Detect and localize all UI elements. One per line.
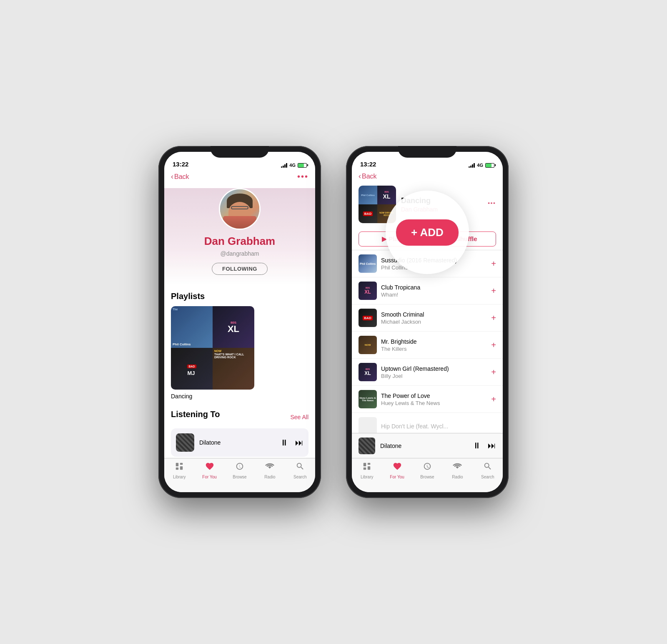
track-add-3[interactable]: + (491, 313, 496, 323)
profile-header: Dan Grabham @dangrabham FOLLOWING (164, 188, 315, 285)
radio-icon (265, 462, 274, 473)
track-info-5: Uptown Girl (Remastered) Billy Joel (381, 365, 487, 379)
add-button-label: + ADD (411, 226, 444, 239)
tab-search[interactable]: Search (285, 462, 315, 479)
tab-radio-label-right: Radio (452, 475, 463, 479)
svg-rect-8 (368, 463, 370, 465)
left-screen: 13:22 4G ‹ Back ••• (164, 152, 315, 492)
back-chevron-icon-right: ‹ (359, 172, 361, 181)
listening-to-title: Listening To (171, 410, 220, 419)
track-title-2: Club Tropicana (381, 284, 487, 291)
track-title-partial: Hip Don't Lie (feat. Wycl... (381, 423, 496, 430)
track-row[interactable]: 80SXL Club Tropicana Wham! + (352, 277, 503, 304)
detail-header: Phil Collins 80S XL BAD NOW DRIVING ROCK… (352, 182, 503, 228)
svg-rect-3 (180, 466, 183, 470)
avatar (219, 188, 261, 230)
track-artist-5: Billy Joel (381, 373, 487, 379)
tab-for-you[interactable]: For You (194, 462, 224, 479)
tab-radio-right[interactable]: Radio (442, 462, 472, 479)
playlist-thumbnail[interactable]: The Phil Collins 80S XL (171, 306, 254, 390)
track-list: Phil Collins Sussudio (2016 Remastered) … (352, 250, 503, 440)
track-artist-3: Michael Jackson (381, 319, 487, 325)
tab-radio[interactable]: Radio (255, 462, 285, 479)
status-icons-right: 4G (469, 163, 494, 168)
right-screen: 13:22 4G ‹ Back (352, 152, 503, 492)
tab-library-right[interactable]: Library (352, 462, 382, 479)
tab-for-you-right[interactable]: For You (382, 462, 412, 479)
notch-right (398, 146, 456, 158)
skip-button[interactable]: ⏭ (295, 438, 303, 448)
track-thumb-5: 80SXL (359, 363, 377, 381)
svg-rect-1 (180, 463, 183, 465)
tab-search-right[interactable]: Search (473, 462, 503, 479)
thumb-cell-1: The Phil Collins (171, 306, 213, 348)
battery-fill-right (486, 164, 491, 167)
following-button[interactable]: FOLLOWING (212, 263, 268, 275)
svg-rect-2 (176, 468, 178, 470)
add-overlay: + ADD (386, 191, 469, 274)
tab-browse[interactable]: Browse (225, 462, 255, 479)
now-playing-row[interactable]: Dilatone ⏸ ⏭ (171, 428, 308, 457)
track-info-partial: Hip Don't Lie (feat. Wycl... (381, 423, 496, 430)
pause-button-right[interactable]: ⏸ (473, 441, 481, 450)
profile-handle: @dangrabham (164, 250, 315, 257)
tab-browse-right[interactable]: Browse (412, 462, 442, 479)
track-artist-4: The Killers (381, 346, 487, 352)
track-add-2[interactable]: + (491, 286, 496, 296)
tab-library-label-right: Library (361, 475, 374, 479)
now-playing-thumb-right (359, 438, 375, 454)
playlist-grid: The Phil Collins 80S XL (171, 306, 254, 400)
nav-bar: ‹ Back ••• (164, 170, 315, 183)
track-title-3: Smooth Criminal (381, 311, 487, 318)
track-info-2: Club Tropicana Wham! (381, 284, 487, 298)
track-add-5[interactable]: + (491, 367, 496, 377)
playlist-label: Dancing (171, 393, 254, 400)
battery-icon (298, 163, 307, 168)
tab-library[interactable]: Library (164, 462, 194, 479)
track-info-3: Smooth Criminal Michael Jackson (381, 311, 487, 325)
track-info-4: Mr. Brightside The Killers (381, 338, 487, 352)
track-row[interactable]: NOW Mr. Brightside The Killers + (352, 332, 503, 359)
heart-icon-right (393, 462, 402, 473)
now-playing-bar: Dilatone ⏸ ⏭ (352, 433, 503, 458)
listening-to-section: Listening To See All Dilatone ⏸ ⏭ (164, 403, 315, 460)
track-add-6[interactable]: + (491, 395, 496, 404)
browse-icon (235, 462, 244, 473)
skip-button-right[interactable]: ⏭ (488, 441, 496, 450)
svg-point-4 (488, 202, 490, 204)
listening-header: Listening To See All (171, 410, 308, 424)
add-button[interactable]: + ADD (396, 219, 459, 246)
back-chevron-icon: ‹ (171, 172, 173, 181)
tab-browse-label: Browse (233, 475, 246, 479)
playlists-section: Playlists The Phil Collins 80S X (164, 285, 315, 403)
svg-rect-0 (176, 463, 178, 466)
svg-rect-7 (364, 463, 366, 466)
track-row[interactable]: 80SXL Uptown Girl (Remastered) Billy Joe… (352, 359, 503, 386)
track-thumb-3: BAD (359, 309, 377, 327)
status-icons: 4G (281, 163, 307, 168)
library-icon-right (362, 462, 371, 473)
see-all-button[interactable]: See All (290, 414, 308, 420)
track-row[interactable]: BAD Smooth Criminal Michael Jackson + (352, 304, 503, 332)
now-playing-thumb (176, 433, 194, 452)
pause-button[interactable]: ⏸ (280, 438, 288, 448)
track-thumb-6: Huey Lewis & The News (359, 390, 377, 408)
track-add-1[interactable]: + (491, 259, 496, 269)
signal-bars-right (469, 163, 475, 168)
now-playing-controls-right: ⏸ ⏭ (473, 441, 496, 450)
more-dots-button[interactable] (487, 199, 496, 210)
more-button[interactable]: ••• (297, 172, 308, 181)
signal-type: 4G (289, 163, 296, 168)
back-button-right[interactable]: ‹ Back (359, 172, 377, 181)
track-row[interactable]: Huey Lewis & The News The Power of Love … (352, 386, 503, 413)
svg-point-5 (491, 202, 492, 204)
back-button[interactable]: ‹ Back (171, 172, 189, 181)
now-playing-controls: ⏸ ⏭ (280, 438, 303, 448)
battery-icon-right (485, 163, 494, 168)
browse-icon-right (423, 462, 432, 473)
back-label: Back (174, 173, 189, 181)
signal-type-right: 4G (477, 163, 483, 168)
track-title-5: Uptown Girl (Remastered) (381, 365, 487, 372)
track-thumb-2: 80SXL (359, 282, 377, 300)
track-add-4[interactable]: + (491, 340, 496, 350)
